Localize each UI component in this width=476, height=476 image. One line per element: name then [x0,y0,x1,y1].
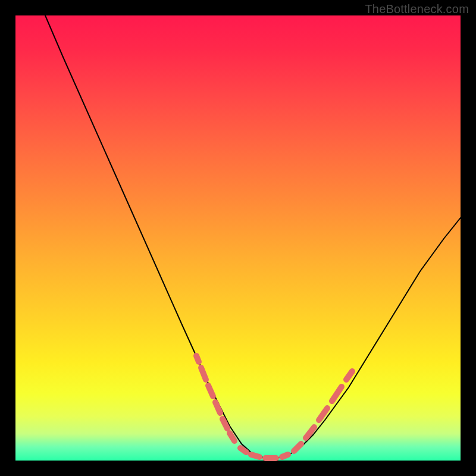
highlight-dash [346,371,352,380]
highlight-dash [196,356,199,362]
bottleneck-curve [45,15,461,458]
highlight-dash [230,433,234,441]
highlight-dash [240,448,246,452]
highlight-dash [201,368,206,380]
highlight-dash [294,444,301,451]
highlight-dash [208,386,213,396]
chart-frame [15,15,461,461]
chart-svg [15,15,461,461]
highlight-dashes [196,356,352,458]
highlight-dash [282,455,288,457]
watermark-text: TheBottleneck.com [365,2,469,16]
highlight-dash [251,455,259,457]
highlight-dash [215,402,220,413]
highlight-dash [306,427,314,438]
